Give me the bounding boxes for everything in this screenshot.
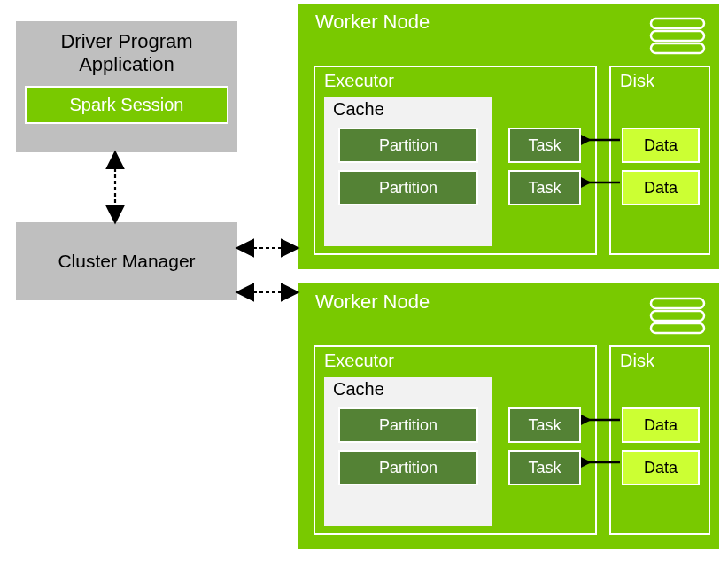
cache-label-1: Cache	[333, 99, 384, 120]
data-1a: Data	[622, 128, 700, 163]
svg-rect-0	[651, 19, 704, 28]
cache-label-2: Cache	[333, 379, 384, 399]
svg-rect-5	[651, 323, 704, 333]
driver-title-line2: Application	[79, 53, 174, 75]
data-2b: Data	[622, 450, 700, 485]
task-2b: Task	[508, 450, 581, 485]
cache-frame-2: Cache Partition Partition	[324, 377, 492, 526]
driver-title-line1: Driver Program	[60, 30, 192, 52]
partition-2a: Partition	[338, 407, 478, 443]
svg-rect-1	[651, 31, 704, 41]
data-2a: Data	[622, 407, 700, 443]
svg-rect-4	[651, 311, 704, 321]
partition-1a: Partition	[338, 128, 478, 163]
cluster-manager-label: Cluster Manager	[58, 251, 195, 272]
worker-node-1-title: Worker Node	[315, 11, 430, 34]
spark-session-box: Spark Session	[25, 86, 228, 124]
disk-label-1: Disk	[620, 71, 654, 91]
task-1b: Task	[508, 170, 581, 205]
svg-rect-2	[651, 43, 704, 53]
partition-1b: Partition	[338, 170, 478, 205]
disk-frame-1: Disk Data Data	[609, 66, 710, 255]
task-2a: Task	[508, 407, 581, 443]
executor-frame-1: Executor Cache Partition Partition Task …	[314, 66, 597, 255]
worker-node-2: Worker Node Executor Cache Partition Par…	[298, 283, 719, 549]
worker-node-2-title: Worker Node	[315, 291, 430, 314]
disk-icon	[648, 16, 707, 58]
worker-node-1: Worker Node Executor Cache Partition Par…	[298, 4, 719, 269]
disk-label-2: Disk	[620, 351, 654, 371]
cluster-manager-box: Cluster Manager	[16, 222, 237, 300]
executor-label-2: Executor	[324, 351, 394, 371]
executor-frame-2: Executor Cache Partition Partition Task …	[314, 345, 597, 535]
executor-label-1: Executor	[324, 71, 394, 91]
driver-title: Driver Program Application	[16, 21, 237, 82]
data-1b: Data	[622, 170, 700, 205]
cache-frame-1: Cache Partition Partition	[324, 97, 492, 246]
disk-frame-2: Disk Data Data	[609, 345, 710, 535]
disk-icon	[648, 296, 707, 338]
svg-rect-3	[651, 299, 704, 308]
task-1a: Task	[508, 128, 581, 163]
partition-2b: Partition	[338, 450, 478, 485]
driver-program-box: Driver Program Application Spark Session	[16, 21, 237, 152]
